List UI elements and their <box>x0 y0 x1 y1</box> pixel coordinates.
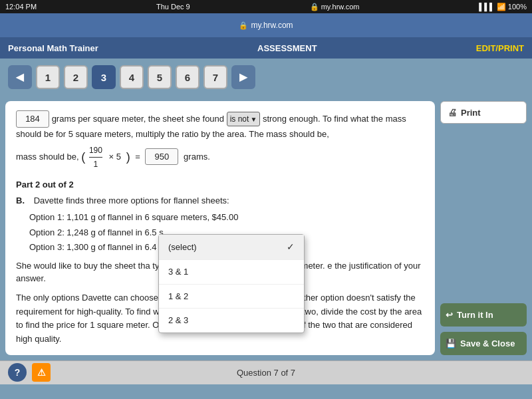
equals-sign: = <box>135 152 140 162</box>
time-display: 12:04 PM <box>5 3 37 11</box>
print-icon: 🖨 <box>448 107 457 118</box>
mass-input[interactable]: 184 <box>16 110 49 128</box>
check-icon: ✓ <box>287 240 295 254</box>
content-area: 184 grams per square meter, the sheet sh… <box>0 96 532 360</box>
fraction: 190 1 <box>89 144 102 170</box>
page-button-2[interactable]: 2 <box>64 65 88 89</box>
status-bar: 12:04 PM Thu Dec 9 🔒 my.hrw.com ▌▌▌ 📶 10… <box>0 0 532 13</box>
site-url: my.hrw.com <box>251 21 293 30</box>
option-1: Option 1: 1,101 g of flannel in 6 square… <box>29 211 424 224</box>
main-panel: 184 grams per square meter, the sheet sh… <box>5 101 435 355</box>
turn-in-button[interactable]: ↩ Turn it In <box>440 303 527 327</box>
bottom-left-buttons: ? ⚠ <box>8 363 51 382</box>
result-input[interactable]: 950 <box>145 148 178 166</box>
right-panel: 🖨 Print ↩ Turn it In 💾 Save & Close <box>440 101 527 355</box>
unit-text: grams. <box>184 152 210 162</box>
dropdown-option-3-1[interactable]: 3 & 1 <box>159 260 304 285</box>
first-paragraph: 184 grams per square meter, the sheet sh… <box>16 110 424 140</box>
dropdown-option-2-3[interactable]: 2 & 3 <box>159 309 304 332</box>
print-button[interactable]: 🖨 Print <box>440 101 527 124</box>
page-button-3[interactable]: 3 <box>92 65 116 89</box>
prev-page-button[interactable]: ◀ <box>8 65 32 89</box>
second-paragraph: mass should be, ( 190 1 × 5 ) = 950 gram… <box>16 144 424 170</box>
dropdown-arrow-icon: ▼ <box>250 114 257 124</box>
save-icon: 💾 <box>446 338 456 348</box>
dropdown-option-1-2[interactable]: 1 & 2 <box>159 285 304 309</box>
signal-icon: ▌▌▌ <box>479 3 494 11</box>
battery-display: ▌▌▌ 📶 100% <box>479 3 527 11</box>
turn-in-icon: ↩ <box>446 310 453 320</box>
next-page-button[interactable]: ▶ <box>231 65 255 89</box>
lock-url-icon: 🔒 <box>239 21 248 30</box>
lock-icon: 🔒 <box>310 3 319 11</box>
page-button-6[interactable]: 6 <box>176 65 200 89</box>
app-right-title: EDIT/PRINT <box>476 43 524 53</box>
page-button-7[interactable]: 7 <box>203 65 227 89</box>
app-header: Personal Math Trainer ASSESSMENT EDIT/PR… <box>0 37 532 59</box>
is-not-dropdown[interactable]: is not ▼ <box>227 112 261 126</box>
app-subtitle: ASSESSMENT <box>257 43 317 53</box>
url-display: 🔒 my.hrw.com <box>310 3 360 11</box>
question-counter: Question 7 of 7 <box>237 368 295 378</box>
wifi-icon: 📶 <box>497 3 506 11</box>
app-title: Personal Math Trainer <box>8 43 98 53</box>
navigation-bar: ◀ 1 2 3 4 5 6 7 ▶ <box>0 59 532 96</box>
alert-button[interactable]: ⚠ <box>32 363 51 382</box>
day-display: Thu Dec 9 <box>156 3 190 11</box>
mass-label: mass should be, <box>16 152 81 162</box>
save-close-button[interactable]: 💾 Save & Close <box>440 332 527 355</box>
spacer <box>440 129 527 298</box>
dropdown-overlay: (select) ✓ 3 & 1 1 & 2 2 & 3 <box>158 234 305 333</box>
page-button-4[interactable]: 4 <box>120 65 144 89</box>
part-label: Part 2 out of 2 <box>16 178 424 192</box>
page-button-1[interactable]: 1 <box>36 65 60 89</box>
help-button[interactable]: ? <box>8 363 27 382</box>
dropdown-option-select[interactable]: (select) ✓ <box>159 235 304 260</box>
page-button-5[interactable]: 5 <box>148 65 172 89</box>
bottom-bar: ? ⚠ Question 7 of 7 <box>0 360 532 384</box>
alert-icon: ⚠ <box>37 367 46 378</box>
part-b-intro: B. Davette finds three more options for … <box>16 194 424 207</box>
text-grams: grams per square meter, the sheet she fo… <box>52 114 224 124</box>
multiply-text: × 5 <box>109 152 121 162</box>
top-nav-bar: 🔒 my.hrw.com <box>0 13 532 37</box>
